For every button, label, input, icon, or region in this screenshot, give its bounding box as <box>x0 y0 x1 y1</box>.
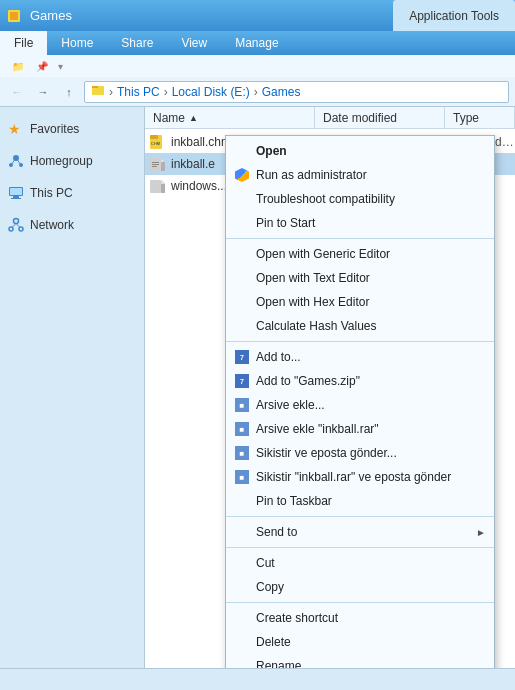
shield-icon <box>234 167 250 183</box>
address-path[interactable]: › This PC › Local Disk (E:) › Games <box>84 81 509 103</box>
svg-line-16 <box>12 224 16 228</box>
compress-icon-3: ■ <box>234 445 250 461</box>
ctx-add-games-zip-label: Add to "Games.zip" <box>256 374 360 388</box>
sidebar-section-thispc: This PC <box>0 179 144 207</box>
sidebar-item-network[interactable]: Network <box>0 211 144 239</box>
app-icon <box>4 0 24 31</box>
context-menu-overlay[interactable]: Open Run as administrator Troubleshoot c… <box>145 107 515 668</box>
tab-manage[interactable]: Manage <box>221 31 292 55</box>
tab-share[interactable]: Share <box>107 31 167 55</box>
ctx-sikistir-eposta[interactable]: ■ Sikistir ve eposta gönder... <box>226 441 494 465</box>
path-this-pc[interactable]: This PC <box>117 85 160 99</box>
ctx-create-shortcut-label: Create shortcut <box>256 611 338 625</box>
address-bar: ← → ↑ › This PC › Local Disk (E:) › Game… <box>0 77 515 107</box>
ctx-troubleshoot-label: Troubleshoot compatibility <box>256 192 395 206</box>
ctx-rename-label: Rename <box>256 659 301 668</box>
path-sep-1: › <box>109 85 113 99</box>
svg-rect-12 <box>11 198 21 199</box>
ctx-sikistir-rar-eposta[interactable]: ■ Sikistir "inkball.rar" ve eposta gönde… <box>226 465 494 489</box>
svg-rect-10 <box>10 188 22 195</box>
path-local-disk[interactable]: Local Disk (E:) <box>172 85 250 99</box>
back-button[interactable]: ← <box>6 81 28 103</box>
svg-line-17 <box>16 224 20 228</box>
ctx-arsive-ekle[interactable]: ■ Arsive ekle... <box>226 393 494 417</box>
sidebar-item-favorites[interactable]: ★ Favorites <box>0 115 144 143</box>
qa-pin-button[interactable]: 📌 <box>32 57 52 75</box>
ctx-open[interactable]: Open <box>226 139 494 163</box>
ctx-open-text[interactable]: Open with Text Editor <box>226 266 494 290</box>
ctx-pin-start-label: Pin to Start <box>256 216 315 230</box>
7zip-icon-2: 7 <box>234 373 250 389</box>
ctx-sikistir-eposta-label: Sikistir ve eposta gönder... <box>256 446 397 460</box>
ctx-cut[interactable]: Cut <box>226 551 494 575</box>
qa-folder-button[interactable]: 📁 <box>8 57 28 75</box>
forward-button[interactable]: → <box>32 81 54 103</box>
ctx-hash-label: Calculate Hash Values <box>256 319 377 333</box>
main-layout: ★ Favorites Homegroup <box>0 107 515 668</box>
ctx-delete-label: Delete <box>256 635 291 649</box>
ctx-open-hex[interactable]: Open with Hex Editor <box>226 290 494 314</box>
ctx-add-games-zip[interactable]: 7 Add to "Games.zip" <box>226 369 494 393</box>
star-icon: ★ <box>8 121 24 137</box>
ctx-delete[interactable]: Delete <box>226 630 494 654</box>
ctx-run-admin-label: Run as administrator <box>256 168 367 182</box>
compress-icon-4: ■ <box>234 469 250 485</box>
ctx-copy[interactable]: Copy <box>226 575 494 599</box>
sidebar-label-thispc: This PC <box>30 186 73 200</box>
svg-rect-11 <box>13 196 19 198</box>
ctx-sikistir-rar-eposta-label: Sikistir "inkball.rar" ve eposta gönder <box>256 470 451 484</box>
ctx-hash[interactable]: Calculate Hash Values <box>226 314 494 338</box>
path-games[interactable]: Games <box>262 85 301 99</box>
computer-icon <box>8 185 24 201</box>
ribbon-tabs: File Home Share View Manage <box>0 31 515 55</box>
path-sep-2: › <box>164 85 168 99</box>
quick-access-buttons: 📁 📌 ▾ <box>8 57 63 75</box>
sidebar-section-homegroup: Homegroup <box>0 147 144 175</box>
qa-dropdown[interactable]: ▾ <box>58 61 63 72</box>
ctx-troubleshoot[interactable]: Troubleshoot compatibility <box>226 187 494 211</box>
sidebar-item-homegroup[interactable]: Homegroup <box>0 147 144 175</box>
ctx-add-to-label: Add to... <box>256 350 301 364</box>
ctx-create-shortcut[interactable]: Create shortcut <box>226 606 494 630</box>
context-menu: Open Run as administrator Troubleshoot c… <box>225 135 495 668</box>
7zip-icon-1: 7 <box>234 349 250 365</box>
sidebar-section-network: Network <box>0 211 144 239</box>
ctx-open-text-label: Open with Text Editor <box>256 271 370 285</box>
ctx-pin-taskbar[interactable]: Pin to Taskbar <box>226 489 494 513</box>
ctx-sep-2 <box>226 341 494 342</box>
sidebar-label-network: Network <box>30 218 74 232</box>
submenu-arrow-icon: ► <box>476 527 486 538</box>
path-sep-3: › <box>254 85 258 99</box>
ctx-send-to[interactable]: Send to ► <box>226 520 494 544</box>
tab-view[interactable]: View <box>167 31 221 55</box>
ctx-rename[interactable]: Rename <box>226 654 494 668</box>
ctx-copy-label: Copy <box>256 580 284 594</box>
ctx-add-to[interactable]: 7 Add to... <box>226 345 494 369</box>
svg-point-13 <box>14 219 19 224</box>
up-button[interactable]: ↑ <box>58 81 80 103</box>
ctx-open-label: Open <box>256 144 287 158</box>
homegroup-icon <box>8 153 24 169</box>
ctx-open-generic[interactable]: Open with Generic Editor <box>226 242 494 266</box>
compress-icon-2: ■ <box>234 421 250 437</box>
app-tools-tab[interactable]: Application Tools <box>393 0 515 31</box>
sidebar-section-favorites: ★ Favorites <box>0 115 144 143</box>
window-title: Games <box>24 0 393 31</box>
tab-file[interactable]: File <box>0 31 47 55</box>
sidebar-item-thispc[interactable]: This PC <box>0 179 144 207</box>
svg-rect-3 <box>92 86 98 88</box>
ctx-open-hex-label: Open with Hex Editor <box>256 295 369 309</box>
path-icon <box>91 83 105 100</box>
ctx-open-generic-label: Open with Generic Editor <box>256 247 390 261</box>
tab-home[interactable]: Home <box>47 31 107 55</box>
ctx-run-admin[interactable]: Run as administrator <box>226 163 494 187</box>
ctx-pin-start[interactable]: Pin to Start <box>226 211 494 235</box>
ctx-pin-taskbar-label: Pin to Taskbar <box>256 494 332 508</box>
sidebar-label-favorites: Favorites <box>30 122 79 136</box>
ctx-arsive-ekle-label: Arsive ekle... <box>256 398 325 412</box>
sidebar-label-homegroup: Homegroup <box>30 154 93 168</box>
sidebar: ★ Favorites Homegroup <box>0 107 145 668</box>
file-list: Name ▲ Date modified Type CHM <box>145 107 515 668</box>
svg-rect-1 <box>10 12 18 20</box>
ctx-arsive-ekle-rar[interactable]: ■ Arsive ekle "inkball.rar" <box>226 417 494 441</box>
